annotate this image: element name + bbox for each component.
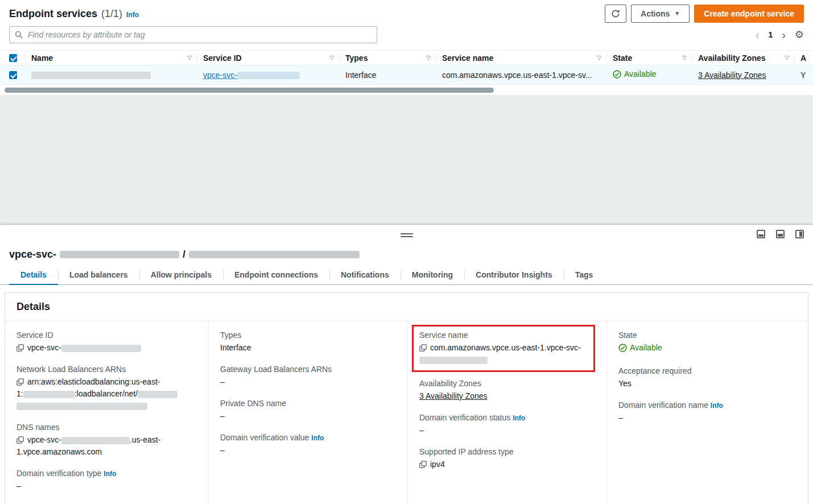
- field-supported-ip-address-type: Supported IP address type ipv4: [419, 447, 595, 470]
- panel-title-prefix: vpce-svc-: [9, 249, 56, 261]
- availability-zones-link[interactable]: 3 Availability Zones: [698, 71, 766, 80]
- info-link[interactable]: Info: [711, 402, 723, 410]
- filter-icon[interactable]: ▽: [326, 55, 334, 61]
- redacted-text: [16, 403, 147, 410]
- settings-gear-icon[interactable]: ⚙: [795, 28, 804, 41]
- info-link[interactable]: Info: [311, 434, 324, 442]
- redacted-text: [31, 72, 151, 79]
- field-value: 1.vpce.amazonaws.com: [16, 447, 102, 456]
- field-value: –: [419, 424, 595, 436]
- field-label: DNS names: [16, 423, 197, 432]
- field-label: Private DNS name: [220, 399, 396, 408]
- filter-icon[interactable]: ▽: [423, 55, 431, 61]
- panel-tabs: Details Load balancers Allow principals …: [0, 265, 813, 285]
- tab-monitoring[interactable]: Monitoring: [401, 265, 464, 284]
- panel-position-side-icon[interactable]: [795, 230, 804, 238]
- panel-position-split-icon[interactable]: [776, 230, 785, 238]
- field-label: Service ID: [16, 331, 197, 340]
- row-select-cell: [0, 71, 26, 79]
- field-value: ipv4: [430, 460, 445, 469]
- redacted-text: [237, 72, 300, 79]
- field-label: State: [618, 331, 797, 340]
- cell-clipped: Y: [795, 71, 813, 80]
- copy-icon[interactable]: [16, 378, 24, 386]
- page-header: Endpoint services (1/1) Info Actions ▼ C…: [0, 0, 813, 26]
- cell-service-id: vpce-svc-: [197, 71, 340, 80]
- field-value: vpce-svc-: [27, 343, 61, 352]
- panel-position-bottom-icon[interactable]: [757, 230, 765, 238]
- field-types: Types Interface: [220, 331, 396, 354]
- info-link[interactable]: Info: [104, 470, 116, 478]
- redacted-text: [138, 391, 178, 398]
- details-column-1: Service ID vpce-svc- Network Load Balanc…: [5, 321, 209, 504]
- column-label: State: [613, 53, 632, 63]
- previous-page-icon[interactable]: ‹: [756, 29, 760, 40]
- tab-label: Load balancers: [69, 270, 128, 279]
- pagination: ‹ 1 › ⚙: [756, 28, 804, 41]
- tab-load-balancers[interactable]: Load balancers: [58, 265, 139, 284]
- field-label: Service name: [419, 331, 588, 340]
- field-value: –: [16, 480, 197, 492]
- page-title: Endpoint services: [9, 8, 97, 20]
- copy-icon[interactable]: [16, 344, 24, 352]
- column-label: Service ID: [203, 53, 242, 63]
- tab-allow-principals[interactable]: Allow principals: [139, 265, 223, 284]
- clipped-value: Y: [800, 71, 806, 80]
- service-id-link[interactable]: vpce-svc-: [203, 71, 300, 80]
- search-input[interactable]: [9, 26, 377, 43]
- field-service-id: Service ID vpce-svc-: [16, 331, 197, 354]
- tab-label: Endpoint connections: [234, 270, 318, 279]
- filter-icon[interactable]: ▽: [781, 55, 789, 61]
- actions-button[interactable]: Actions ▼: [631, 5, 690, 23]
- next-page-icon[interactable]: ›: [782, 29, 786, 40]
- filter-icon[interactable]: ▽: [593, 55, 601, 61]
- cell-availability-zones: 3 Availability Zones: [692, 71, 795, 80]
- filter-icon[interactable]: ▽: [184, 55, 192, 61]
- field-value: arn:aws:elasticloadbalancing:us-east-: [27, 377, 160, 386]
- scrollbar-thumb[interactable]: [5, 88, 494, 93]
- copy-icon[interactable]: [419, 344, 427, 352]
- create-endpoint-service-button[interactable]: Create endpoint service: [694, 5, 804, 23]
- field-private-dns-name: Private DNS name –: [220, 399, 396, 422]
- field-value: vpce-svc-: [27, 435, 61, 444]
- field-value: –: [618, 412, 797, 424]
- filter-icon[interactable]: ▽: [679, 55, 687, 61]
- copy-icon[interactable]: [16, 436, 24, 444]
- tab-tags[interactable]: Tags: [564, 265, 605, 284]
- field-glb-arns: Gateway Load Balancers ARNs –: [220, 365, 396, 388]
- field-value: .us-east-: [130, 435, 160, 444]
- field-label: Domain verification status: [419, 413, 510, 422]
- split-panel: vpce-svc- / Details Load balancers Allow…: [0, 224, 813, 504]
- cell-service-name: com.amazonaws.vpce.us-east-1.vpce-sv...: [436, 71, 607, 80]
- details-card-heading: Details: [5, 293, 808, 321]
- tab-label: Details: [20, 270, 47, 279]
- tab-endpoint-connections[interactable]: Endpoint connections: [223, 265, 329, 284]
- field-availability-zones: Availability Zones 3 Availability Zones: [419, 379, 595, 402]
- column-header-clipped: A: [795, 51, 813, 65]
- cell-name: [26, 71, 197, 80]
- field-value: :loadbalancer/net/: [75, 389, 138, 398]
- status-available-icon: [613, 70, 621, 79]
- availability-zones-link[interactable]: 3 Availability Zones: [419, 391, 488, 400]
- copy-icon[interactable]: [419, 461, 427, 468]
- field-label: Domain verification name: [618, 400, 708, 410]
- tab-label: Monitoring: [412, 270, 453, 279]
- tab-notifications[interactable]: Notifications: [329, 265, 401, 284]
- table-row[interactable]: vpce-svc- Interface com.amazonaws.vpce.u…: [0, 65, 813, 85]
- tab-contributor-insights[interactable]: Contributor Insights: [464, 265, 564, 284]
- select-all-checkbox[interactable]: [9, 54, 17, 62]
- column-header-name: Name ▽: [26, 51, 197, 65]
- split-panel-resize-handle[interactable]: [401, 233, 413, 239]
- current-page[interactable]: 1: [768, 30, 773, 39]
- actions-button-label: Actions: [641, 9, 670, 18]
- refresh-button[interactable]: [605, 5, 626, 23]
- redacted-text: [189, 251, 360, 258]
- info-link[interactable]: Info: [126, 11, 139, 19]
- info-link[interactable]: Info: [513, 414, 525, 422]
- highlight-box: Service name com.amazonaws.vpce.us-east-…: [412, 325, 595, 372]
- column-label: A: [800, 53, 806, 63]
- column-header-service-name: Service name ▽: [436, 51, 607, 65]
- row-checkbox[interactable]: [9, 71, 17, 79]
- tab-details[interactable]: Details: [9, 265, 58, 284]
- field-domain-verification-status: Domain verification status Info –: [419, 413, 595, 436]
